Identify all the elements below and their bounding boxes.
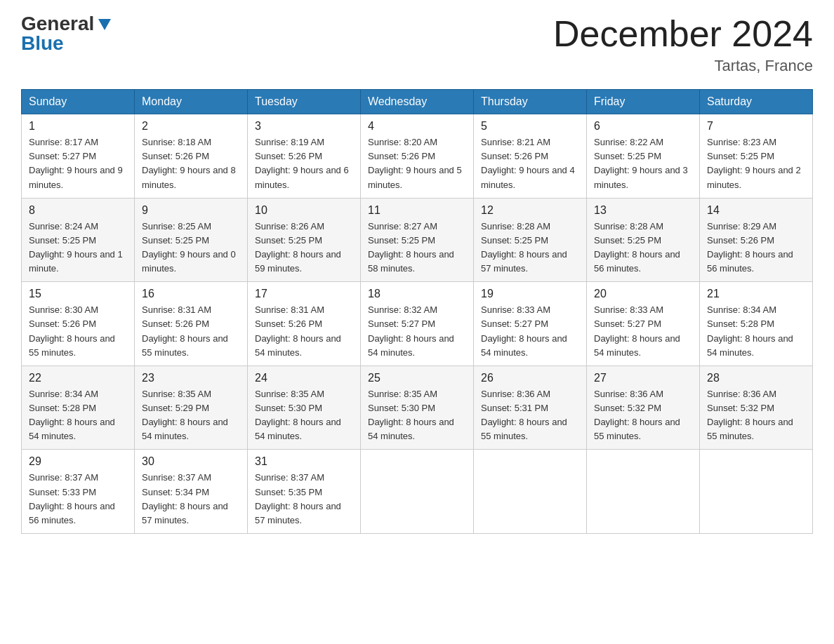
day-number: 27 (594, 372, 692, 384)
page-header: General Blue December 2024 Tartas, Franc… (21, 14, 813, 75)
sunrise-text: Sunrise: 8:34 AM (707, 304, 776, 315)
day-number: 17 (255, 288, 353, 300)
daylight-text: Daylight: 9 hours and 8 minutes. (142, 165, 236, 189)
daylight-text: Daylight: 9 hours and 4 minutes. (481, 165, 575, 189)
day-info: Sunrise: 8:36 AMSunset: 5:31 PMDaylight:… (481, 387, 579, 444)
day-number: 20 (594, 288, 692, 300)
calendar-cell: 11Sunrise: 8:27 AMSunset: 5:25 PMDayligh… (361, 198, 474, 282)
sunset-text: Sunset: 5:27 PM (368, 318, 435, 329)
daylight-text: Daylight: 8 hours and 54 minutes. (707, 333, 793, 358)
day-info: Sunrise: 8:37 AMSunset: 5:33 PMDaylight:… (29, 471, 127, 528)
col-wednesday: Wednesday (361, 90, 474, 114)
col-saturday: Saturday (700, 90, 813, 114)
daylight-text: Daylight: 9 hours and 2 minutes. (707, 165, 801, 189)
daylight-text: Daylight: 8 hours and 54 minutes. (368, 417, 454, 441)
sunset-text: Sunset: 5:35 PM (255, 487, 322, 497)
day-number: 4 (368, 120, 466, 133)
daylight-text: Daylight: 8 hours and 56 minutes. (594, 249, 680, 274)
sunset-text: Sunset: 5:25 PM (707, 151, 774, 161)
day-info: Sunrise: 8:33 AMSunset: 5:27 PMDaylight:… (594, 303, 692, 360)
day-number: 23 (142, 372, 240, 384)
sunset-text: Sunset: 5:33 PM (29, 487, 96, 497)
logo-triangle-icon (97, 16, 112, 32)
calendar-cell: 3Sunrise: 8:19 AMSunset: 5:26 PMDaylight… (248, 114, 361, 199)
sunset-text: Sunset: 5:26 PM (481, 151, 548, 161)
daylight-text: Daylight: 8 hours and 55 minutes. (707, 417, 793, 441)
sunrise-text: Sunrise: 8:35 AM (255, 389, 324, 399)
day-info: Sunrise: 8:32 AMSunset: 5:27 PMDaylight:… (368, 303, 466, 360)
calendar-cell: 25Sunrise: 8:35 AMSunset: 5:30 PMDayligh… (361, 365, 474, 450)
calendar-week-row: 29Sunrise: 8:37 AMSunset: 5:33 PMDayligh… (22, 450, 813, 534)
sunrise-text: Sunrise: 8:20 AM (368, 137, 437, 147)
calendar-cell: 2Sunrise: 8:18 AMSunset: 5:26 PMDaylight… (135, 114, 248, 199)
daylight-text: Daylight: 8 hours and 59 minutes. (255, 249, 341, 274)
calendar-week-row: 15Sunrise: 8:30 AMSunset: 5:26 PMDayligh… (22, 282, 813, 366)
sunset-text: Sunset: 5:25 PM (594, 151, 661, 161)
day-number: 2 (142, 120, 240, 133)
sunrise-text: Sunrise: 8:17 AM (29, 137, 98, 147)
sunrise-text: Sunrise: 8:28 AM (481, 221, 550, 232)
sunset-text: Sunset: 5:25 PM (368, 235, 435, 246)
daylight-text: Daylight: 9 hours and 6 minutes. (255, 165, 349, 189)
sunset-text: Sunset: 5:25 PM (481, 235, 548, 246)
daylight-text: Daylight: 8 hours and 55 minutes. (481, 417, 567, 441)
day-number: 12 (481, 204, 579, 217)
header-row: Sunday Monday Tuesday Wednesday Thursday… (22, 90, 813, 114)
calendar-cell (700, 450, 813, 534)
calendar-cell: 26Sunrise: 8:36 AMSunset: 5:31 PMDayligh… (474, 365, 587, 450)
sunset-text: Sunset: 5:32 PM (594, 403, 661, 413)
sunset-text: Sunset: 5:28 PM (707, 318, 774, 329)
day-number: 8 (29, 204, 127, 217)
sunrise-text: Sunrise: 8:31 AM (255, 304, 324, 315)
sunset-text: Sunset: 5:26 PM (368, 151, 435, 161)
day-info: Sunrise: 8:17 AMSunset: 5:27 PMDaylight:… (29, 135, 127, 192)
sunrise-text: Sunrise: 8:26 AM (255, 221, 324, 232)
sunrise-text: Sunrise: 8:19 AM (255, 137, 324, 147)
sunrise-text: Sunrise: 8:22 AM (594, 137, 663, 147)
sunset-text: Sunset: 5:28 PM (29, 403, 96, 413)
day-number: 16 (142, 288, 240, 300)
sunrise-text: Sunrise: 8:37 AM (142, 472, 211, 483)
day-number: 3 (255, 120, 353, 133)
logo-general-text: General (21, 14, 112, 34)
sunset-text: Sunset: 5:26 PM (29, 318, 96, 329)
daylight-text: Daylight: 9 hours and 3 minutes. (594, 165, 688, 189)
sunrise-text: Sunrise: 8:37 AM (255, 472, 324, 483)
calendar-cell: 8Sunrise: 8:24 AMSunset: 5:25 PMDaylight… (22, 198, 135, 282)
calendar-cell: 10Sunrise: 8:26 AMSunset: 5:25 PMDayligh… (248, 198, 361, 282)
sunrise-text: Sunrise: 8:33 AM (481, 304, 550, 315)
sunset-text: Sunset: 5:26 PM (142, 318, 209, 329)
calendar-cell: 15Sunrise: 8:30 AMSunset: 5:26 PMDayligh… (22, 282, 135, 366)
daylight-text: Daylight: 9 hours and 1 minute. (29, 249, 123, 274)
sunset-text: Sunset: 5:26 PM (255, 151, 322, 161)
sunrise-text: Sunrise: 8:34 AM (29, 389, 98, 399)
sunset-text: Sunset: 5:25 PM (29, 235, 96, 246)
sunset-text: Sunset: 5:25 PM (594, 235, 661, 246)
sunset-text: Sunset: 5:27 PM (481, 318, 548, 329)
sunrise-text: Sunrise: 8:37 AM (29, 472, 98, 483)
day-info: Sunrise: 8:22 AMSunset: 5:25 PMDaylight:… (594, 135, 692, 192)
daylight-text: Daylight: 8 hours and 56 minutes. (707, 249, 793, 274)
day-info: Sunrise: 8:33 AMSunset: 5:27 PMDaylight:… (481, 303, 579, 360)
sunset-text: Sunset: 5:29 PM (142, 403, 209, 413)
daylight-text: Daylight: 9 hours and 5 minutes. (368, 165, 462, 189)
day-number: 22 (29, 372, 127, 384)
calendar-cell (361, 450, 474, 534)
day-info: Sunrise: 8:36 AMSunset: 5:32 PMDaylight:… (707, 387, 805, 444)
col-monday: Monday (135, 90, 248, 114)
calendar-cell: 17Sunrise: 8:31 AMSunset: 5:26 PMDayligh… (248, 282, 361, 366)
day-number: 31 (255, 455, 353, 468)
sunrise-text: Sunrise: 8:32 AM (368, 304, 437, 315)
day-info: Sunrise: 8:34 AMSunset: 5:28 PMDaylight:… (29, 387, 127, 444)
calendar-cell: 9Sunrise: 8:25 AMSunset: 5:25 PMDaylight… (135, 198, 248, 282)
sunrise-text: Sunrise: 8:30 AM (29, 304, 98, 315)
day-number: 21 (707, 288, 805, 300)
sunrise-text: Sunrise: 8:28 AM (594, 221, 663, 232)
sunrise-text: Sunrise: 8:18 AM (142, 137, 211, 147)
sunrise-text: Sunrise: 8:36 AM (594, 389, 663, 399)
calendar-cell: 21Sunrise: 8:34 AMSunset: 5:28 PMDayligh… (700, 282, 813, 366)
day-info: Sunrise: 8:36 AMSunset: 5:32 PMDaylight:… (594, 387, 692, 444)
sunset-text: Sunset: 5:26 PM (707, 235, 774, 246)
calendar-cell: 20Sunrise: 8:33 AMSunset: 5:27 PMDayligh… (587, 282, 700, 366)
daylight-text: Daylight: 8 hours and 54 minutes. (255, 333, 341, 358)
